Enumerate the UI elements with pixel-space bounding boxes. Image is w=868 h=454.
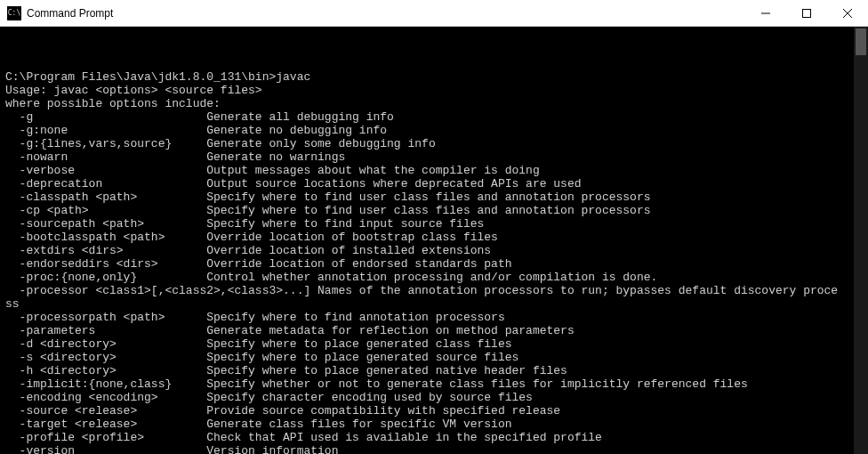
close-button[interactable]: [827, 0, 868, 26]
console-content: C:\Program Files\Java\jdk1.8.0_131\bin>j…: [5, 57, 863, 454]
window-controls: [745, 0, 868, 26]
minimize-icon: [761, 9, 770, 18]
window-title: Command Prompt: [27, 7, 745, 20]
maximize-icon: [802, 9, 811, 18]
close-icon: [843, 9, 852, 18]
maximize-button[interactable]: [786, 0, 827, 26]
scrollbar-thumb[interactable]: [856, 28, 866, 55]
console[interactable]: C:\Program Files\Java\jdk1.8.0_131\bin>j…: [0, 27, 868, 454]
scrollbar[interactable]: [854, 27, 868, 454]
minimize-button[interactable]: [745, 0, 786, 26]
cmd-icon: C:\: [7, 6, 21, 20]
titlebar: C:\ Command Prompt: [0, 0, 868, 27]
svg-rect-1: [803, 9, 811, 17]
